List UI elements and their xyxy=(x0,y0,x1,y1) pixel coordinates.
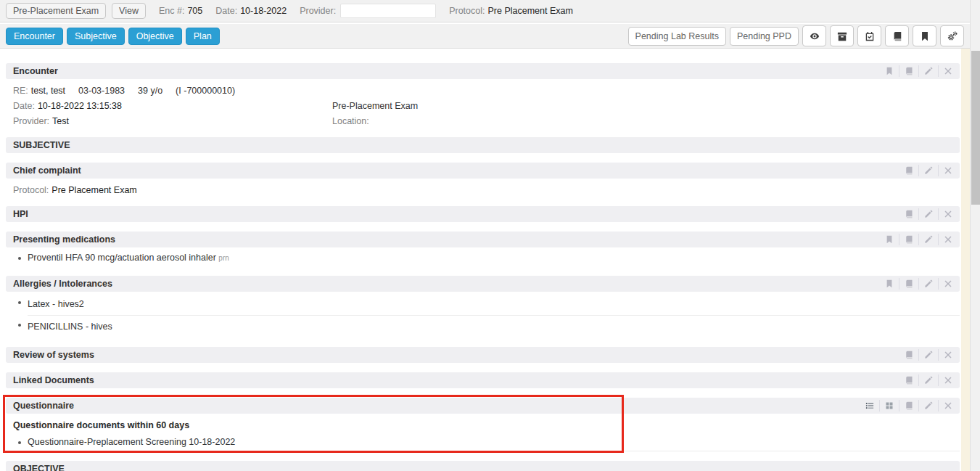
nav-subjective-button[interactable]: Subjective xyxy=(67,28,125,45)
section-actions xyxy=(860,400,958,411)
archive-icon[interactable] xyxy=(830,25,854,46)
book-icon[interactable] xyxy=(899,208,918,220)
book-icon[interactable] xyxy=(885,25,909,46)
book-icon[interactable] xyxy=(899,234,918,245)
subjective-header: SUBJECTIVE xyxy=(6,137,960,153)
hpi-header: HPI xyxy=(6,206,960,222)
section-encounter: Encounter RE: test, test 03-03-1983 39 y… xyxy=(6,63,960,128)
protocol-info: Protocol: Pre Placement Exam xyxy=(449,6,573,16)
section-objective-divider: OBJECTIVE xyxy=(6,461,960,471)
pencil-icon[interactable] xyxy=(918,278,938,290)
allergies-list: Latex - hives2 PENICILLINS - hives xyxy=(6,293,960,337)
toolbar-right-tools: Pending Lab Results Pending PPD xyxy=(628,25,964,46)
pencil-icon[interactable] xyxy=(918,374,938,386)
pencil-icon[interactable] xyxy=(918,400,938,411)
close-icon[interactable] xyxy=(938,349,958,361)
pending-ppd-button[interactable]: Pending PPD xyxy=(730,27,799,46)
close-icon[interactable] xyxy=(938,400,958,411)
bookmark-icon[interactable] xyxy=(879,234,899,245)
gears-icon[interactable] xyxy=(940,25,964,46)
exam-type-value: Pre-Placement Exam xyxy=(332,101,952,111)
questionnaire-header: Questionnaire xyxy=(6,398,960,414)
book-icon[interactable] xyxy=(899,65,918,77)
bookmark-icon[interactable] xyxy=(913,25,936,46)
pencil-icon[interactable] xyxy=(918,165,938,176)
vertical-scrollbar[interactable] xyxy=(970,0,980,471)
section-title: Encounter xyxy=(13,66,58,76)
medication-frequency: prn xyxy=(218,254,228,262)
review-of-systems-header: Review of systems xyxy=(6,347,960,363)
location-line: Location: xyxy=(332,116,952,126)
bookmark-icon[interactable] xyxy=(879,65,899,77)
grid-view-icon[interactable] xyxy=(879,400,899,411)
section-actions xyxy=(899,208,958,220)
section-title: Linked Documents xyxy=(13,375,94,385)
nav-plan-button[interactable]: Plan xyxy=(186,28,220,45)
close-icon[interactable] xyxy=(938,234,958,245)
list-item: PENICILLINS - hives xyxy=(28,316,960,337)
enc-number: Enc #: 705 xyxy=(159,6,202,16)
enc-date: Date: 10-18-2022 xyxy=(215,6,287,16)
list-item: Latex - hives2 xyxy=(28,293,960,316)
close-icon[interactable] xyxy=(938,165,958,176)
chief-complaint-header: Chief complaint xyxy=(6,163,960,179)
close-icon[interactable] xyxy=(938,278,958,290)
pencil-icon[interactable] xyxy=(918,208,938,220)
section-actions xyxy=(879,234,958,245)
encounter-section-header: Encounter xyxy=(6,63,960,79)
section-actions xyxy=(879,65,958,77)
calendar-check-icon[interactable] xyxy=(857,25,881,46)
medications-list: Proventil HFA 90 mcg/actuation aerosol i… xyxy=(6,249,960,266)
section-title: Presenting medications xyxy=(13,234,115,245)
book-icon[interactable] xyxy=(899,374,918,386)
section-review-of-systems: Review of systems xyxy=(6,347,960,363)
pencil-icon[interactable] xyxy=(918,349,938,361)
nav-encounter-button[interactable]: Encounter xyxy=(6,28,63,45)
list-item: Proventil HFA 90 mcg/actuation aerosol i… xyxy=(28,249,960,266)
list-view-icon[interactable] xyxy=(860,400,879,411)
pencil-icon[interactable] xyxy=(918,65,938,77)
section-questionnaire: Questionnaire Questionnaire documents wi… xyxy=(6,398,960,451)
section-title: Allergies / Intolerances xyxy=(13,279,112,289)
allergies-header: Allergies / Intolerances xyxy=(6,276,960,292)
linked-documents-header: Linked Documents xyxy=(6,372,960,388)
book-icon[interactable] xyxy=(899,400,918,411)
book-icon[interactable] xyxy=(899,278,918,290)
pencil-icon[interactable] xyxy=(918,234,938,245)
section-actions xyxy=(899,374,958,386)
exam-type-button[interactable]: Pre-Placement Exam xyxy=(6,3,106,19)
questionnaire-document-link[interactable]: Questionnaire-Preplacement Screening 10-… xyxy=(28,433,960,451)
section-actions xyxy=(899,349,958,361)
book-icon[interactable] xyxy=(899,165,918,176)
book-icon[interactable] xyxy=(899,349,918,361)
scrollbar-thumb[interactable] xyxy=(971,51,980,205)
section-allergies: Allergies / Intolerances Latex - hives2 … xyxy=(6,276,960,337)
section-title: OBJECTIVE xyxy=(13,464,65,471)
nav-objective-button[interactable]: Objective xyxy=(128,28,182,45)
questionnaire-subtitle: Questionnaire documents within 60 days xyxy=(6,414,960,432)
encounter-details: RE: test, test 03-03-1983 39 y/o (I -700… xyxy=(6,79,960,128)
pending-lab-results-button[interactable]: Pending Lab Results xyxy=(628,27,726,46)
section-title: Questionnaire xyxy=(13,401,74,411)
objective-header: OBJECTIVE xyxy=(6,461,960,471)
close-icon[interactable] xyxy=(938,65,958,77)
encounter-info-bar: Pre-Placement Exam View Enc #: 705 Date:… xyxy=(0,0,970,22)
provider-input[interactable] xyxy=(340,4,436,18)
view-button[interactable]: View xyxy=(112,3,146,19)
patient-age: 39 y/o xyxy=(138,86,162,96)
patient-id: (I -700000010) xyxy=(176,86,235,96)
section-subjective-divider: SUBJECTIVE xyxy=(6,137,960,153)
provider-field-group: Provider: xyxy=(300,4,436,18)
patient-dob: 03-03-1983 xyxy=(78,86,125,96)
questionnaire-list: Questionnaire-Preplacement Screening 10-… xyxy=(6,433,960,451)
section-title: SUBJECTIVE xyxy=(13,140,70,150)
close-icon[interactable] xyxy=(938,374,958,386)
section-medications: Presenting medications Proventil HFA 90 … xyxy=(6,232,960,266)
patient-name: test, test xyxy=(31,86,65,96)
close-icon[interactable] xyxy=(938,208,958,220)
bookmark-icon[interactable] xyxy=(879,278,899,290)
eye-icon[interactable] xyxy=(802,25,826,46)
patient-line: RE: test, test 03-03-1983 39 y/o (I -700… xyxy=(13,86,952,96)
section-title: Chief complaint xyxy=(13,165,81,176)
section-chief-complaint: Chief complaint Protocol: Pre Placement … xyxy=(6,163,960,197)
